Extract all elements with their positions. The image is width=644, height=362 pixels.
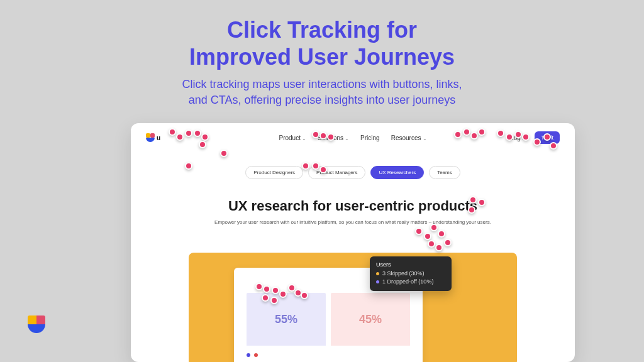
logo[interactable]: u <box>146 133 160 142</box>
chart-bar-2: 45% <box>331 293 410 346</box>
brand-logo-icon <box>28 315 45 333</box>
inner-subtitle: Empower your user research with our intu… <box>131 219 575 225</box>
click-heatmap-dot <box>497 129 504 137</box>
inner-title: UX research for user-centric products <box>131 198 575 214</box>
chevron-down-icon: ⌄ <box>345 136 349 141</box>
click-heatmap-dot <box>169 128 176 136</box>
chart-legend-dots <box>247 353 258 357</box>
hero-title: Click Tracking for Improved User Journey… <box>0 0 644 70</box>
hero-title-line1: Click Tracking for <box>0 16 644 43</box>
hero-sub-line2: and CTAs, offering precise insights into… <box>0 92 644 107</box>
click-heatmap-dot <box>478 128 486 136</box>
click-heatmap-dot <box>185 129 192 137</box>
click-heatmap-dot <box>279 290 287 298</box>
click-heatmap-dot <box>428 240 435 248</box>
click-heatmap-dot <box>301 292 308 299</box>
click-heatmap-dot <box>454 131 462 138</box>
click-heatmap-dot <box>263 285 270 293</box>
click-heatmap-dot <box>312 131 319 138</box>
tooltip-dot-icon <box>376 280 379 283</box>
heatmap-tooltip: Users 3 Skipped (30%)1 Dropped-off (10%) <box>370 256 452 291</box>
click-heatmap-dot <box>319 166 327 173</box>
tooltip-dot-icon <box>376 272 379 275</box>
role-pill[interactable]: UX Researchers <box>370 166 424 179</box>
click-heatmap-dot <box>463 128 470 136</box>
click-heatmap-dot <box>220 150 228 157</box>
click-heatmap-dot <box>430 224 438 231</box>
tooltip-row: 1 Dropped-off (10%) <box>376 278 445 285</box>
logo-icon <box>146 133 155 142</box>
click-heatmap-dot <box>270 297 278 304</box>
click-heatmap-dot <box>514 131 522 138</box>
click-heatmap-dot <box>438 230 445 238</box>
click-heatmap-dot <box>194 129 201 137</box>
tooltip-row-label: 3 Skipped (30%) <box>382 270 425 277</box>
click-heatmap-dot <box>255 283 263 290</box>
click-heatmap-dot <box>176 133 184 141</box>
click-heatmap-dot <box>199 141 206 148</box>
chart-bar-1: 55% <box>247 293 326 346</box>
tooltip-title: Users <box>376 261 445 268</box>
role-pills: Product DesignersProduct ManagersUX Rese… <box>131 166 575 179</box>
logo-text: u <box>157 134 160 141</box>
click-heatmap-dot <box>312 162 319 170</box>
click-heatmap-dot <box>543 133 551 141</box>
tooltip-row-label: 1 Dropped-off (10%) <box>382 278 433 285</box>
click-heatmap-dot <box>319 132 327 140</box>
click-heatmap-dot <box>550 142 557 150</box>
click-heatmap-dot <box>533 138 541 146</box>
click-heatmap-dot <box>272 287 279 294</box>
click-heatmap-dot <box>327 133 335 141</box>
nav-link[interactable]: Product⌄ <box>279 134 306 141</box>
click-heatmap-dot <box>435 244 443 251</box>
nav-links: Product⌄Solutions⌄PricingResources⌄ <box>279 134 427 141</box>
click-heatmap-dot <box>444 239 452 246</box>
hero-subtitle: Click tracking maps user interactions wi… <box>0 77 644 107</box>
click-heatmap-dot <box>185 162 192 170</box>
heatmap-window: u Product⌄Solutions⌄PricingResources⌄ Lo… <box>131 123 575 362</box>
role-pill[interactable]: Teams <box>429 166 460 179</box>
inner-hero: UX research for user-centric products Em… <box>131 198 575 225</box>
click-heatmap-dot <box>262 294 269 302</box>
click-heatmap-dot <box>506 133 513 141</box>
click-heatmap-dot <box>302 162 309 170</box>
click-heatmap-dot <box>424 233 431 240</box>
click-heatmap-dot <box>415 228 423 235</box>
click-heatmap-dot <box>201 133 209 141</box>
legend-dot-2 <box>254 353 258 357</box>
hero-title-line2: Improved User Journeys <box>0 43 644 70</box>
click-heatmap-dot <box>478 199 486 206</box>
chevron-down-icon: ⌄ <box>302 136 306 141</box>
click-heatmap-dot <box>470 132 478 140</box>
nav-link[interactable]: Pricing <box>360 134 380 141</box>
nav-link[interactable]: Resources⌄ <box>391 134 427 141</box>
legend-dot-1 <box>247 353 250 357</box>
tooltip-row: 3 Skipped (30%) <box>376 270 445 277</box>
click-heatmap-dot <box>469 196 477 204</box>
click-heatmap-dot <box>468 206 475 214</box>
chevron-down-icon: ⌄ <box>423 136 427 141</box>
role-pill[interactable]: Product Designers <box>245 166 303 179</box>
hero-sub-line1: Click tracking maps user interactions wi… <box>0 77 644 92</box>
click-heatmap-dot <box>522 133 530 141</box>
